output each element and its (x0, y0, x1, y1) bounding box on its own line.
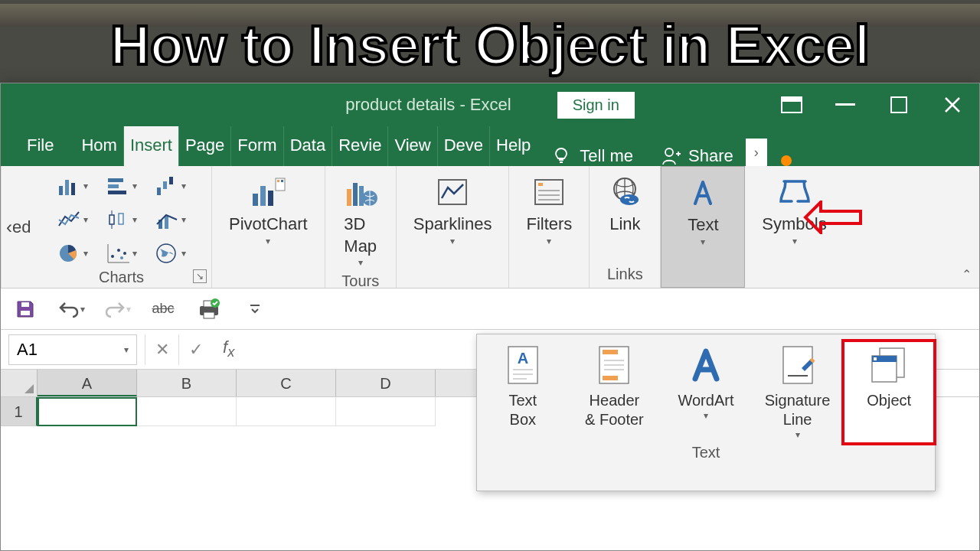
svg-rect-40 (538, 183, 543, 186)
stat-chart-button[interactable]: ▾ (100, 204, 143, 235)
collapse-ribbon-button[interactable]: ⌃ (962, 267, 972, 282)
tab-help[interactable]: Help (490, 126, 537, 166)
column-header-D[interactable]: D (336, 370, 436, 396)
group-pivotchart: PivotChart ▾ (212, 166, 325, 288)
svg-rect-34 (347, 189, 351, 206)
quick-print-button[interactable] (195, 295, 223, 323)
quick-access-toolbar: ▾ ▾ abc (1, 289, 979, 330)
enter-formula-button[interactable]: ✓ (178, 334, 212, 365)
tab-formulas[interactable]: Form (231, 126, 283, 166)
save-button[interactable] (11, 295, 39, 323)
svg-rect-3 (891, 97, 906, 112)
customize-qat-button[interactable] (241, 295, 269, 323)
insert-function-button[interactable]: fx (212, 337, 234, 360)
tab-review[interactable]: Revie (332, 126, 388, 166)
svg-rect-17 (119, 214, 123, 224)
share-button[interactable]: Share (648, 146, 746, 166)
text-dropdown-button[interactable]: Text ▾ (661, 166, 745, 288)
cell-C1[interactable] (237, 397, 336, 426)
cell-A1[interactable] (38, 397, 137, 426)
svg-rect-63 (603, 376, 618, 380)
ribbon-overflow-button[interactable]: › (746, 139, 767, 166)
tab-page-layout[interactable]: Page (179, 126, 231, 166)
minimize-button[interactable] (818, 83, 872, 126)
3d-map-button[interactable]: 3D Map ▾ (333, 171, 388, 272)
svg-point-25 (123, 252, 126, 255)
wordart-button[interactable]: WordArt ▾ (660, 341, 752, 444)
cancel-formula-button[interactable]: ✕ (145, 334, 178, 365)
svg-rect-31 (276, 178, 285, 191)
lightbulb-icon (552, 147, 570, 165)
header-footer-button[interactable]: Header & Footer (569, 341, 661, 444)
link-button[interactable]: Link (597, 171, 652, 239)
svg-point-23 (111, 255, 114, 258)
waterfall-chart-button[interactable]: ▾ (149, 171, 192, 201)
pie-chart-button[interactable]: ▾ (51, 238, 94, 269)
tab-home[interactable]: Hom (75, 126, 123, 166)
column-header-B[interactable]: B (137, 370, 237, 396)
tab-file[interactable]: File (10, 126, 75, 166)
tab-view[interactable]: View (388, 126, 437, 166)
group-links-label: Links (607, 266, 643, 286)
title-bar: product details - Excel Sign in (1, 83, 979, 126)
line-chart-button[interactable]: ▾ (51, 204, 94, 235)
svg-point-26 (120, 256, 123, 259)
svg-rect-59 (603, 350, 618, 354)
spelling-button[interactable]: abc (149, 295, 177, 323)
tell-me-search[interactable]: Tell me (537, 146, 648, 166)
undo-button[interactable]: ▾ (57, 295, 85, 323)
ribbon-scroll-left[interactable]: ‹ed (1, 166, 31, 288)
svg-rect-6 (65, 180, 69, 195)
ribbon-display-options-icon[interactable] (765, 83, 818, 126)
column-header-C[interactable]: C (237, 370, 336, 396)
tab-data[interactable]: Data (284, 126, 332, 166)
tab-developer[interactable]: Deve (438, 126, 490, 166)
svg-rect-30 (268, 191, 273, 206)
svg-rect-50 (204, 312, 214, 318)
svg-point-24 (117, 249, 120, 252)
name-box[interactable]: A1 ▾ (8, 334, 137, 365)
svg-rect-69 (874, 357, 877, 360)
svg-text:A: A (518, 350, 528, 367)
object-button[interactable]: Object (843, 341, 935, 444)
pivotchart-button[interactable]: PivotChart ▾ (220, 171, 317, 250)
sparklines-button[interactable]: Sparklines ▾ (404, 171, 501, 250)
svg-rect-2 (835, 103, 855, 106)
svg-rect-47 (21, 302, 29, 307)
svg-rect-9 (108, 184, 119, 188)
text-box-button[interactable]: A Text Box (477, 341, 569, 444)
svg-rect-8 (108, 178, 123, 182)
close-button[interactable] (926, 83, 979, 126)
filters-button[interactable]: Filters ▾ (517, 171, 581, 250)
svg-rect-29 (260, 186, 266, 206)
signature-line-button[interactable]: Signature Line ▾ (752, 341, 844, 444)
column-chart-button[interactable]: ▾ (51, 171, 94, 201)
cell-B1[interactable] (137, 397, 237, 426)
svg-rect-19 (165, 215, 168, 229)
scatter-chart-button[interactable]: ▾ (100, 238, 143, 269)
svg-rect-32 (277, 180, 279, 182)
svg-point-4 (665, 148, 673, 156)
redo-button[interactable]: ▾ (103, 295, 131, 323)
svg-rect-11 (157, 187, 161, 195)
name-box-dropdown-icon[interactable]: ▾ (124, 344, 129, 355)
svg-rect-13 (169, 177, 173, 184)
tab-insert[interactable]: Insert (124, 126, 179, 166)
share-person-icon (661, 146, 681, 166)
row-header-1[interactable]: 1 (1, 397, 38, 426)
map-chart-button[interactable]: ▾ (149, 238, 192, 269)
svg-rect-7 (71, 183, 75, 195)
group-filters: Filters ▾ (509, 166, 590, 288)
maximize-button[interactable] (872, 83, 926, 126)
sign-in-button[interactable]: Sign in (557, 92, 635, 119)
cell-D1[interactable] (336, 397, 436, 426)
group-sparklines: Sparklines ▾ (397, 166, 510, 288)
annotation-arrow-icon (802, 201, 864, 234)
column-header-A[interactable]: A (38, 370, 137, 396)
tutorial-title: How to Insert Object in Excel (0, 14, 980, 77)
bar-chart-button[interactable]: ▾ (100, 171, 143, 201)
svg-rect-12 (163, 181, 167, 189)
select-all-corner[interactable] (1, 370, 38, 396)
combo-chart-button[interactable]: ▾ (149, 204, 192, 235)
charts-dialog-launcher[interactable]: ↘ (193, 269, 207, 283)
